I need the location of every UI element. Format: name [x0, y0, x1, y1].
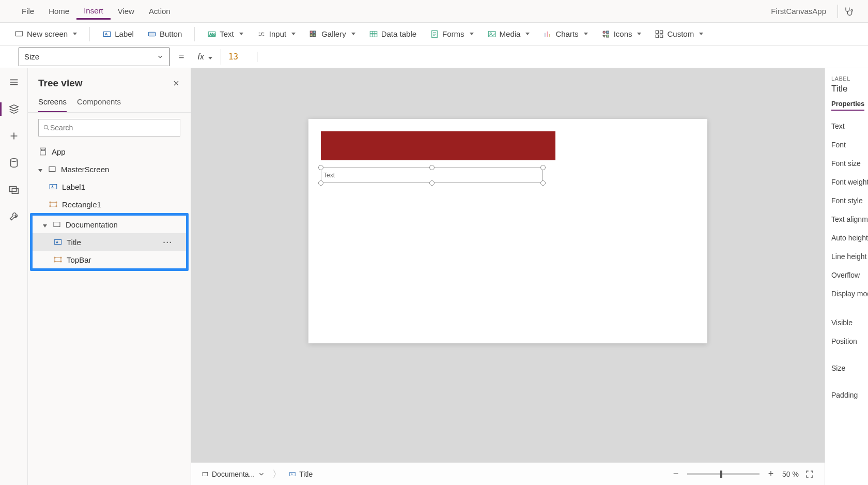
resize-handle-tm[interactable]	[429, 165, 435, 170]
svg-point-29	[50, 202, 51, 203]
new-screen-button[interactable]: New screen	[10, 27, 81, 41]
prop-row-font[interactable]: Font	[831, 135, 868, 154]
resize-handle-br[interactable]	[540, 180, 546, 186]
svg-point-20	[10, 159, 17, 162]
hamburger-icon[interactable]	[8, 77, 20, 88]
more-options-icon[interactable]: ···	[163, 238, 181, 247]
zoom-slider-thumb[interactable]	[720, 471, 722, 478]
tree-node-rectangle1[interactable]: Rectangle1	[28, 195, 191, 213]
resize-handle-tl[interactable]	[318, 165, 323, 170]
svg-rect-33	[54, 222, 60, 227]
insert-text-label: Text	[220, 29, 234, 38]
menu-action[interactable]: Action	[142, 4, 178, 19]
menu-home[interactable]: Home	[41, 4, 76, 19]
prop-row-position[interactable]: Position	[831, 332, 868, 351]
resize-handle-bm[interactable]	[429, 180, 435, 186]
properties-tab[interactable]: Properties	[831, 100, 864, 111]
tree-node-title[interactable]: Title ···	[33, 233, 186, 251]
breadcrumb-screen[interactable]: Documenta...	[202, 470, 265, 478]
canvas-title-label[interactable]: Text	[321, 168, 543, 183]
menu-insert[interactable]: Insert	[76, 3, 111, 20]
tools-rail-icon[interactable]	[8, 211, 20, 222]
breadcrumb-control-label: Title	[299, 470, 313, 478]
insert-forms-button[interactable]: Forms	[426, 27, 478, 41]
tree-node-masterscreen[interactable]: MasterScreen	[28, 160, 191, 178]
svg-rect-1	[16, 31, 23, 36]
chevron-down-icon[interactable]	[43, 220, 48, 229]
svg-point-39	[60, 261, 61, 262]
breadcrumb-screen-label: Documenta...	[212, 470, 255, 478]
insert-rail-icon[interactable]	[8, 130, 20, 142]
insert-custom-button[interactable]: Custom	[650, 27, 707, 41]
tree-node-documentation[interactable]: Documentation	[33, 216, 186, 233]
prop-row-textalign[interactable]: Text alignme	[831, 210, 868, 229]
tree-node-topbar[interactable]: TopBar	[33, 251, 186, 268]
menu-view[interactable]: View	[111, 4, 142, 19]
canvas-title-text: Text	[323, 172, 335, 179]
menu-file[interactable]: File	[14, 4, 41, 19]
formula-value[interactable]: 13	[225, 52, 238, 62]
zoom-slider[interactable]	[687, 473, 760, 475]
tab-screens[interactable]: Screens	[38, 94, 67, 112]
svg-rect-6	[310, 31, 313, 34]
highlighted-group: Documentation Title ··· TopBar	[30, 213, 189, 271]
resize-handle-tr[interactable]	[540, 165, 546, 170]
prop-row-padding[interactable]: Padding	[831, 386, 868, 404]
insert-text-button[interactable]: Abc Text	[203, 27, 247, 41]
insert-icons-button[interactable]: Icons	[597, 27, 646, 41]
canvas-area[interactable]: Text Documenta... 〉 Title −	[191, 68, 825, 485]
tree-view-icon[interactable]	[8, 103, 20, 115]
media-rail-icon[interactable]	[8, 184, 20, 195]
left-rail	[0, 68, 28, 485]
insert-media-button[interactable]: Media	[483, 27, 534, 41]
chevron-down-icon[interactable]	[258, 471, 265, 478]
property-control-name: Title	[831, 82, 868, 99]
insert-label-button[interactable]: Label	[98, 27, 138, 41]
data-rail-icon[interactable]	[8, 157, 20, 169]
ribbon-separator	[89, 27, 90, 41]
menubar-separator	[838, 5, 838, 18]
resize-handle-bl[interactable]	[318, 180, 323, 186]
svg-point-38	[54, 261, 55, 262]
insert-gallery-label: Gallery	[321, 29, 346, 38]
chevron-down-icon[interactable]	[38, 165, 43, 174]
prop-row-fontsize[interactable]: Font size	[831, 154, 868, 173]
prop-row-autoheight[interactable]: Auto height	[831, 229, 868, 247]
insert-button-button[interactable]: Button	[143, 27, 186, 41]
breadcrumb-control[interactable]: Title	[289, 470, 313, 478]
search-field[interactable]	[50, 124, 176, 132]
svg-rect-16	[656, 31, 659, 33]
tree-view-panel: Tree view Screens Components App Master	[28, 68, 191, 485]
canvas-footer: Documenta... 〉 Title − + 50 %	[191, 462, 825, 485]
zoom-in-button[interactable]: +	[766, 469, 776, 479]
canvas-topbar-rect[interactable]	[321, 131, 555, 160]
prop-row-size[interactable]: Size	[831, 359, 868, 377]
prop-row-displaymode[interactable]: Display mod	[831, 284, 868, 303]
svg-point-31	[50, 206, 51, 207]
property-dropdown[interactable]: Size	[19, 48, 169, 66]
prop-row-fontstyle[interactable]: Font style	[831, 191, 868, 210]
tree-node-app[interactable]: App	[28, 143, 191, 160]
search-input[interactable]	[38, 119, 180, 137]
tree-node-label1[interactable]: Label1	[28, 178, 191, 195]
prop-row-visible[interactable]: Visible	[831, 313, 868, 332]
fx-button[interactable]: fx	[194, 52, 216, 62]
insert-datatable-button[interactable]: Data table	[365, 27, 421, 41]
prop-row-lineheight[interactable]: Line height	[831, 247, 868, 266]
prop-row-overflow[interactable]: Overflow	[831, 266, 868, 284]
prop-row-fontweight[interactable]: Font weight	[831, 173, 868, 191]
canvas-screen[interactable]: Text	[308, 119, 707, 343]
chevron-down-icon	[157, 53, 164, 60]
tree-node-masterscreen-label: MasterScreen	[61, 165, 109, 174]
zoom-out-button[interactable]: −	[671, 469, 681, 479]
tab-components[interactable]: Components	[77, 94, 121, 112]
svg-rect-40	[203, 472, 207, 476]
svg-rect-7	[313, 31, 316, 34]
close-icon[interactable]	[172, 79, 180, 87]
insert-gallery-button[interactable]: Gallery	[305, 27, 360, 41]
insert-input-button[interactable]: Input	[253, 27, 300, 41]
prop-row-text[interactable]: Text	[831, 117, 868, 135]
fit-to-screen-icon[interactable]	[805, 469, 814, 479]
insert-charts-button[interactable]: Charts	[539, 27, 592, 41]
app-checker-icon[interactable]	[843, 6, 854, 17]
